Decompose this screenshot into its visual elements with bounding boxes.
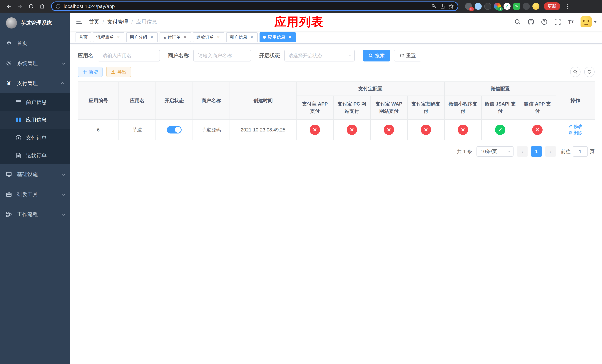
reset-button[interactable]: 重置 [394,50,421,62]
status-select[interactable]: 请选择开启状态 [284,50,355,62]
tab-user-group[interactable]: 用户分组✕ [126,32,158,42]
sidebar-logo[interactable]: 芋道管理系统 [0,13,70,33]
col-alipay-app: 支付宝 APP 支付 [296,96,333,119]
tab-merchant-info[interactable]: 商户信息✕ [226,32,258,42]
col-group-wechat: 微信配置 [444,82,556,96]
tab-home[interactable]: 首页 [75,32,91,42]
browser-menu-icon[interactable]: ⋮ [562,1,573,11]
credit-card-icon [16,99,22,105]
add-button[interactable]: 新增 [78,67,103,77]
cross-icon: ✕ [458,125,468,135]
extension-chat-icon[interactable]: ✎ [513,3,520,10]
main-area: 首页 / 支付管理 / 应用信息 应用列表 [70,13,602,364]
delete-link[interactable]: 删除 [568,130,582,136]
close-icon[interactable]: ✕ [183,35,188,40]
sidebar-item-system[interactable]: 系统管理 [0,53,70,73]
extension-puzzle2-icon[interactable] [523,3,530,10]
dashboard-icon [6,40,12,46]
prev-page-button[interactable]: ‹ [517,146,527,157]
sidebar-item-home[interactable]: 首页 [0,33,70,53]
export-button[interactable]: 导出 [106,67,131,77]
sidebar-item-label: 工作流程 [17,211,38,218]
chevron-down-icon [507,150,510,152]
sidebar-item-workflow[interactable]: 工作流程 [0,204,70,225]
tab-pay-orders[interactable]: 支付订单✕ [160,32,191,42]
current-page-button[interactable]: 1 [531,146,542,157]
back-icon[interactable] [4,1,14,11]
reload-icon[interactable] [26,1,36,11]
sidebar-item-infrastructure[interactable]: 基础设施 [0,164,70,184]
search-button[interactable]: 搜索 [363,50,390,62]
status-toggle[interactable] [167,126,182,133]
refresh-button[interactable] [584,67,595,77]
font-size-icon[interactable]: TT [567,18,575,26]
close-icon[interactable]: ✕ [149,35,154,40]
extension-dark-icon[interactable] [484,3,491,10]
goto-page-input[interactable] [573,146,588,157]
github-icon[interactable] [527,18,535,26]
sidebar-item-pay-orders[interactable]: 支付订单 [0,129,70,147]
extension-color-icon[interactable]: 1 [494,3,501,10]
app-name-label: 应用名 [78,52,93,59]
col-status: 开启状态 [156,82,193,119]
edit-link[interactable]: 修改 [568,124,582,129]
page-content: 应用名 商户名称 开启状态 请选择开启状态 [70,44,602,364]
url-bar[interactable]: localhost:1024/pay/app [51,1,458,11]
cell-actions: 修改 删除 [556,119,595,140]
tab-refund-orders[interactable]: 退款订单✕ [193,32,224,42]
forward-icon[interactable] [15,1,25,11]
close-icon[interactable]: ✕ [116,35,121,40]
col-merchant: 商户名称 [193,82,230,119]
breadcrumb: 首页 / 支付管理 / 应用信息 [89,18,157,25]
breadcrumb-separator: / [131,19,133,25]
cell-status [156,119,193,140]
sidebar-menu: 首页 系统管理 ¥ 支付管理 [0,33,70,364]
collapse-sidebar-icon[interactable] [75,18,84,26]
browser-update-button[interactable]: 更新 [544,2,560,10]
search-icon[interactable] [514,18,521,26]
col-alipay-qr: 支付宝扫码支付 [408,96,444,119]
close-icon[interactable]: ✕ [287,35,292,40]
password-key-icon[interactable] [431,3,437,9]
user-menu[interactable] [580,16,597,27]
next-page-button[interactable]: › [545,146,556,157]
app-name-input[interactable] [98,50,160,62]
breadcrumb-home[interactable]: 首页 [89,18,99,25]
extension-check-icon[interactable]: ✓ [504,3,511,10]
site-info-icon[interactable] [55,4,61,9]
breadcrumb-payment[interactable]: 支付管理 [107,18,128,25]
tab-app-info[interactable]: 应用信息✕ [259,32,296,42]
extension-avatar-icon[interactable] [532,3,539,10]
sidebar-item-label: 研发工具 [17,191,38,198]
sidebar-item-refund-orders[interactable]: 退款订单 [0,147,70,164]
app-table: 应用编号 应用名 开启状态 商户名称 创建时间 支付宝配置 微信配置 操作 支付… [78,81,595,140]
sidebar-item-merchant-info[interactable]: 商户信息 [0,93,70,111]
app-shell: 芋道管理系统 首页 系统管理 ¥ [0,13,602,364]
check-icon: ✓ [495,125,505,135]
merchant-name-label: 商户名称 [168,52,189,59]
extension-puzzle-icon[interactable]: 10 [465,3,472,10]
sidebar-item-dev-tools[interactable]: 研发工具 [0,184,70,204]
toggle-search-button[interactable] [570,67,580,77]
bookmark-star-icon[interactable] [448,3,454,9]
sidebar-item-label: 首页 [17,40,27,47]
extension-drop-icon[interactable] [475,3,482,10]
screen: localhost:1024/pay/app 10 1 ✓ ✎ 更新 ⋮ [0,0,602,364]
col-app-name: 应用名 [119,82,156,119]
tab-process-form[interactable]: 流程表单✕ [93,32,124,42]
cross-icon: ✕ [347,125,357,135]
fullscreen-icon[interactable] [554,18,561,26]
close-icon[interactable]: ✕ [216,35,221,40]
sidebar-item-app-info[interactable]: 应用信息 [0,111,70,129]
page-size-select[interactable]: 10条/页 [476,146,514,157]
top-navbar: 首页 / 支付管理 / 应用信息 应用列表 [70,13,602,31]
chevron-up-icon [61,82,64,86]
help-icon[interactable] [540,18,548,26]
merchant-name-input[interactable] [193,50,251,62]
home-icon[interactable] [37,1,47,11]
cell-app-name: 芋道 [119,119,156,140]
close-icon[interactable]: ✕ [249,35,254,40]
share-icon[interactable] [440,3,445,9]
user-avatar [580,16,592,27]
sidebar-item-payment[interactable]: ¥ 支付管理 [0,73,70,93]
